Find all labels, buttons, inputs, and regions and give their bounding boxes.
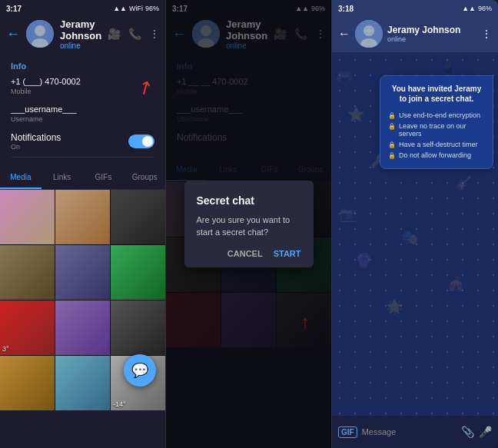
avatar-3 xyxy=(355,20,383,48)
contact-name-1: Jeramy Johnson xyxy=(60,18,101,41)
header-icons-1: 🎥 📞 ⋮ xyxy=(108,28,160,40)
notifications-toggle-1[interactable] xyxy=(128,134,154,148)
phone-row-1: +1 (___) 470-0002 Mobile xyxy=(11,77,154,95)
status-bar-1: 3:17 ▲▲ WiFi 96% xyxy=(0,0,165,15)
signal-icon-3: ▲▲ xyxy=(462,5,476,12)
gif-button-3[interactable]: GIF xyxy=(338,426,357,438)
svg-point-1 xyxy=(35,25,45,36)
dialog-overlay: Secret chat Are you sure you want to sta… xyxy=(166,0,331,448)
svg-point-7 xyxy=(364,25,374,36)
more-icon-3[interactable]: ⋮ xyxy=(481,28,492,40)
avatar-1 xyxy=(26,20,54,48)
message-input-3[interactable]: Message xyxy=(362,427,456,436)
chat-background-3: 🎮 🎯 📱 ⭐ 🎲 🔑 🎸 📷 🎭 🔮 🎪 🌟 You have invited xyxy=(332,52,498,416)
phone-1: 3:17 ▲▲ WiFi 96% ← Jeramy Johnson online… xyxy=(0,0,166,448)
dialog-start-button[interactable]: START xyxy=(274,249,301,258)
dialog-cancel-button[interactable]: CANCEL xyxy=(227,249,263,258)
back-button-3[interactable]: ← xyxy=(338,27,350,41)
username-value-1: ___username___ xyxy=(11,105,154,114)
chat-contact-status-3: online xyxy=(387,35,476,43)
chat-header-3: ← Jeramy Johnson online ⋮ xyxy=(332,15,498,52)
media-cell-9[interactable] xyxy=(111,300,165,355)
phone-type-1: Mobile xyxy=(11,88,154,95)
notifications-label-1: Notifications xyxy=(11,132,61,143)
top-bar-1: ← Jeramy Johnson online 🎥 📞 ⋮ xyxy=(0,15,165,52)
video-call-icon-1[interactable]: 🎥 xyxy=(108,28,121,40)
voice-call-icon-1[interactable]: 📞 xyxy=(128,28,141,40)
media-cell-6[interactable] xyxy=(111,245,165,300)
temp-overlay-2: -14° xyxy=(113,400,126,408)
info-section-label-1: Info xyxy=(11,61,154,71)
bubble-item-2: Leave no trace on our servers xyxy=(388,121,485,139)
tab-groups-1[interactable]: Groups xyxy=(124,167,165,189)
attach-icon-3[interactable]: 📎 xyxy=(461,426,474,438)
notifications-sub-1: On xyxy=(11,143,61,151)
media-cell-8[interactable] xyxy=(55,300,110,355)
secret-chat-bubble-3: You have invited Jeramy to join a secret… xyxy=(380,75,493,169)
media-cell-4[interactable] xyxy=(0,245,55,300)
bubble-item-1: Use end-to-end encryption xyxy=(388,110,485,121)
chat-input-bar-3: GIF Message 📎 🎤 xyxy=(332,416,498,448)
dialog-actions: CANCEL START xyxy=(197,249,301,258)
bubble-header-3: You have invited Jeramy to join a secret… xyxy=(388,84,485,104)
tab-gifs-1[interactable]: GIFs xyxy=(83,167,124,189)
status-time-1: 3:17 xyxy=(6,5,22,13)
phone-value-1: +1 (___) 470-0002 xyxy=(11,77,154,86)
wifi-icon-1: WiFi xyxy=(129,5,143,12)
bubble-items-3: Use end-to-end encryption Leave no trace… xyxy=(388,110,485,161)
media-cell-7[interactable]: 3° xyxy=(0,300,55,355)
fab-message-1[interactable]: 💬 xyxy=(124,354,156,387)
contact-info-1: Jeramy Johnson online xyxy=(60,18,101,50)
media-cell-1[interactable] xyxy=(0,190,55,244)
notifications-row-1: Notifications On xyxy=(11,132,154,158)
username-row-1: ___username___ Username xyxy=(11,105,154,123)
chat-contact-name-3: Jeramy Johnson xyxy=(387,25,476,35)
chat-contact-info-3: Jeramy Johnson online xyxy=(387,25,476,43)
back-button-1[interactable]: ← xyxy=(6,26,20,42)
status-time-3: 3:18 xyxy=(338,5,354,13)
tab-media-1[interactable]: Media xyxy=(0,167,42,189)
media-cell-3[interactable] xyxy=(111,190,165,244)
media-tabs-1: Media Links GIFs Groups xyxy=(0,167,165,190)
phone-3: 3:18 ▲▲ 96% ← Jeramy Johnson online ⋮ xyxy=(332,0,498,448)
username-label-1: Username xyxy=(11,115,154,123)
dialog-body: Are you sure you want to start a secret … xyxy=(197,214,301,238)
chat-header-icons-3: ⋮ xyxy=(481,28,492,40)
battery-3: 96% xyxy=(478,5,492,12)
bubble-item-4: Do not allow forwarding xyxy=(388,150,485,161)
battery-1: 96% xyxy=(145,5,159,12)
media-cell-10[interactable] xyxy=(0,356,55,410)
status-bar-3: 3:18 ▲▲ 96% xyxy=(332,0,498,15)
chat-area-3: 🎮 🎯 📱 ⭐ 🎲 🔑 🎸 📷 🎭 🔮 🎪 🌟 You have invited xyxy=(332,52,498,448)
more-icon-1[interactable]: ⋮ xyxy=(149,28,160,40)
contact-status-1: online xyxy=(60,41,101,50)
temp-overlay-1: 3° xyxy=(2,345,9,353)
bubble-item-3: Have a self-destruct timer xyxy=(388,139,485,150)
secret-chat-dialog: Secret chat Are you sure you want to sta… xyxy=(184,181,314,267)
signal-icon-1: ▲▲ xyxy=(113,5,127,12)
media-cell-2[interactable] xyxy=(55,190,110,244)
mic-icon-3[interactable]: 🎤 xyxy=(479,426,492,438)
media-cell-5[interactable] xyxy=(55,245,110,300)
profile-body-1: Info +1 (___) 470-0002 Mobile ___usernam… xyxy=(0,52,165,167)
media-cell-11[interactable] xyxy=(55,356,110,410)
phone-2: 3:17 ▲▲ 96% ← Jeramy Johnson online 🎥 📞 … xyxy=(166,0,332,448)
tab-links-1[interactable]: Links xyxy=(42,167,83,189)
dialog-title: Secret chat xyxy=(197,194,301,207)
